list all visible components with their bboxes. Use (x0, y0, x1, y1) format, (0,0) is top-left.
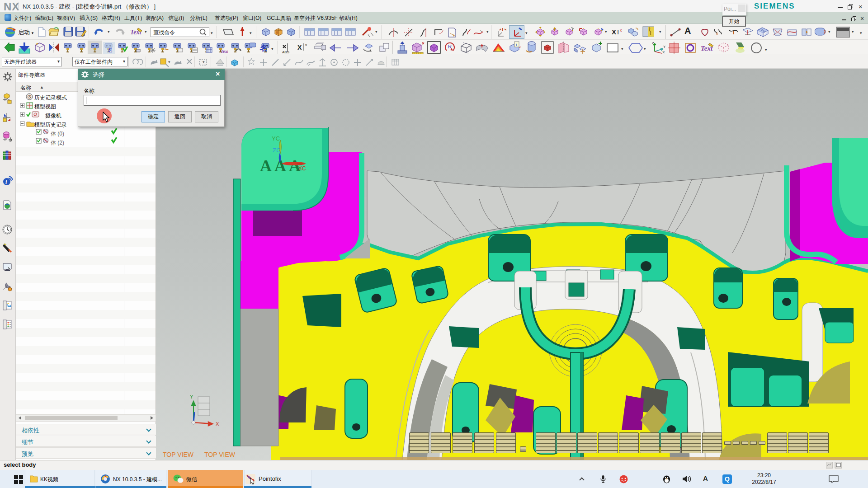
svg-text:ABS: ABS (282, 50, 289, 54)
svg-text:x: x (305, 43, 307, 47)
svg-text:YC: YC (272, 135, 280, 142)
svg-text:TOP VIEW: TOP VIEW (163, 451, 194, 458)
svg-text:Y: Y (190, 394, 193, 399)
svg-text:X: X (662, 50, 665, 54)
svg-text:Y: Y (663, 45, 665, 49)
svg-text:ZC: ZC (273, 147, 280, 154)
svg-text:I: I (617, 28, 619, 36)
svg-text:TOP VIEW: TOP VIEW (204, 451, 236, 458)
svg-text:R: R (448, 44, 452, 49)
svg-text:X: X (216, 421, 219, 427)
svg-text:Z: Z (652, 41, 654, 45)
svg-text:Text: Text (221, 49, 228, 54)
svg-text:XC: XC (298, 165, 306, 172)
svg-text:A: A (260, 157, 272, 175)
svg-text:X: X (297, 44, 302, 51)
svg-text:X: X (612, 28, 616, 36)
svg-text:x: x (620, 28, 622, 33)
svg-text:名: 名 (108, 47, 113, 53)
